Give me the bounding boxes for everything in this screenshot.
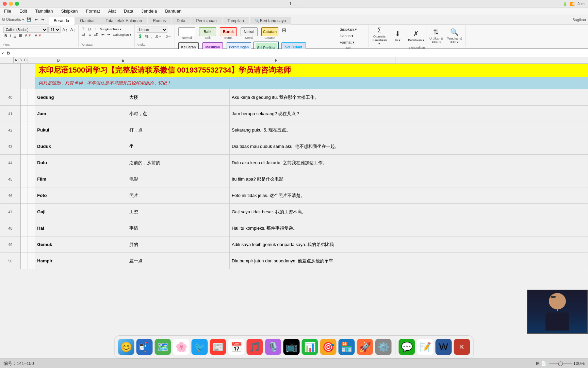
dock-finder[interactable]: 😊 — [118, 339, 134, 355]
dock-rocket[interactable]: 🚀 — [357, 339, 373, 355]
font-size-select[interactable]: 11 — [48, 27, 61, 33]
tab-tata-letak[interactable]: Tata Letak Halaman — [100, 17, 147, 25]
sentence-cell[interactable]: Sekarang pukul 5. 现在五点。 — [229, 122, 588, 138]
chinese-cell[interactable]: 大楼 — [127, 89, 230, 106]
dock-numbers[interactable]: 📊 — [302, 339, 318, 355]
dock-maps[interactable]: 🗺️ — [155, 339, 171, 355]
increase-indent[interactable]: ⇥ — [106, 32, 111, 37]
styles-more[interactable]: ⊞ — [281, 27, 287, 34]
table-row[interactable]: 46 Foto 照片 Foto ini tidak jelas. 这个照片不清楚… — [0, 187, 588, 204]
col-a-cell[interactable] — [21, 155, 28, 171]
dock-appstore[interactable]: 🏪 — [339, 339, 355, 355]
tab-beri-tahu[interactable]: 🔍 Beri tahu saya — [250, 17, 291, 25]
col-b-cell[interactable] — [28, 106, 35, 122]
dock-wechat[interactable]: 💬 — [399, 339, 415, 355]
chinese-cell[interactable]: 坐 — [127, 138, 230, 155]
tab-tampilan[interactable]: Tampilan — [223, 17, 249, 25]
dock-news[interactable]: 📰 — [210, 339, 226, 355]
col-a-cell[interactable] — [21, 236, 28, 253]
style-normal[interactable]: Normal Normal — [177, 27, 197, 40]
tab-data[interactable]: Data — [172, 17, 190, 25]
hapus-button[interactable]: Hapus ▾ — [338, 33, 359, 39]
currency-btn[interactable]: 💲 — [137, 34, 144, 39]
align-center[interactable]: ≡ — [88, 32, 92, 37]
style-catatan[interactable]: Catatan Catatan — [260, 27, 280, 40]
table-row[interactable]: 44 Dulu 之前的，从前的 Dulu aku kerja di Jakart… — [0, 155, 588, 171]
italic-button[interactable]: I — [9, 33, 12, 38]
table-row[interactable]: 41 Jam 小时，点 Jam berapa sekarang? 现在几点？ — [0, 106, 588, 122]
dock-photos[interactable]: 🌸 — [173, 339, 190, 355]
fill-color-button[interactable]: A🔻 — [24, 33, 33, 38]
style-baik[interactable]: Baik Baik — [198, 27, 217, 40]
dock-music[interactable]: 🎵 — [247, 339, 263, 355]
minimize-button[interactable] — [9, 2, 13, 6]
word-cell[interactable]: Gemuk — [35, 236, 127, 253]
word-cell[interactable]: Duduk — [35, 138, 127, 155]
menu-format[interactable]: Format — [85, 8, 101, 14]
percent-btn[interactable]: % — [144, 34, 150, 39]
word-cell[interactable]: Foto — [35, 187, 127, 204]
dock-twitter[interactable]: 🐦 — [192, 339, 208, 355]
menu-data[interactable]: Data — [122, 8, 134, 14]
tab-beranda[interactable]: Beranda — [49, 17, 74, 25]
col-a-cell[interactable] — [21, 106, 28, 122]
thousands-btn[interactable]: , — [150, 34, 153, 39]
sisipkan-button[interactable]: Sisipkan ▾ — [338, 27, 359, 32]
menu-jendela[interactable]: Jendela — [140, 8, 159, 14]
align-bottom[interactable]: ⊥ — [93, 27, 98, 32]
col-b-cell[interactable] — [28, 122, 35, 138]
col-a-cell[interactable] — [21, 187, 28, 204]
align-top[interactable]: ⊤ — [81, 27, 86, 32]
menu-alat[interactable]: Alat — [107, 8, 117, 14]
table-row[interactable]: 40 Gedung 大楼 Aku kerja di gedung itu. 我在… — [0, 89, 588, 106]
col-b-cell[interactable] — [28, 204, 35, 220]
col-a-cell[interactable] — [21, 138, 28, 155]
col-a-cell[interactable] — [21, 171, 28, 187]
table-row[interactable]: 47 Gaji 工资 Gaji saya tidak besar. 我的工资不高… — [0, 204, 588, 220]
auto-sum-button[interactable]: Σ Otomatis Jumlahkan ▾ — [371, 27, 388, 45]
border-button[interactable]: ⊞ — [18, 33, 23, 38]
decimal-dec[interactable]: .0← — [164, 34, 173, 39]
sentence-cell[interactable]: Dia hampir jatuh dari sepedanya. 他差点从他的单… — [229, 253, 588, 269]
table-row[interactable]: 43 Duduk 坐 Dia tidak mau duduk sama aku.… — [0, 138, 588, 155]
col-b-cell[interactable] — [28, 220, 35, 236]
increase-font[interactable]: A↑ — [61, 27, 68, 33]
menu-file[interactable]: File — [3, 8, 13, 14]
decrease-font[interactable]: A↓ — [69, 27, 76, 33]
sentence-cell[interactable]: Foto ini tidak jelas. 这个照片不清楚。 — [229, 187, 588, 204]
menu-edit[interactable]: Edit — [18, 8, 28, 14]
col-b-cell[interactable] — [28, 155, 35, 171]
menu-tampilan[interactable]: Tampilan — [34, 8, 54, 14]
col-a-cell[interactable] — [21, 89, 28, 106]
number-format-select[interactable]: Umum — [137, 27, 167, 33]
clear-button[interactable]: ✗ Bersihkan ▾ — [408, 27, 425, 45]
font-color-button[interactable]: A🔻 — [34, 33, 43, 38]
col-b-cell[interactable] — [28, 138, 35, 155]
word-cell[interactable]: Hal — [35, 220, 127, 236]
sentence-cell[interactable]: Adik saya lebih gemuk daripada saya. 我的弟… — [229, 236, 588, 253]
chinese-cell[interactable]: 照片 — [127, 187, 230, 204]
decrease-indent[interactable]: ⇤ — [100, 32, 105, 37]
style-buruk[interactable]: Buruk Buruk — [218, 27, 238, 40]
menu-sisipkan[interactable]: Sisipkan — [60, 8, 79, 14]
chinese-cell[interactable]: 工资 — [127, 204, 230, 220]
dock-mail[interactable]: 📬 — [136, 339, 153, 355]
table-row[interactable]: 48 Hal 事情 Hal itu kompleks. 那件事很复杂。 — [0, 220, 588, 236]
chinese-cell[interactable]: 事情 — [127, 220, 230, 236]
table-row[interactable]: 42 Pukul 打，点 Sekarang pukul 5. 现在五点。 — [0, 122, 588, 138]
save-quick[interactable]: 💾 — [26, 17, 32, 22]
view-page[interactable]: 📄 — [541, 361, 546, 366]
sort-filter-button[interactable]: ⇅ Urutkan & Filter ▾ — [428, 27, 445, 45]
align-middle[interactable]: ⊟ — [87, 27, 92, 32]
dock-word[interactable]: W — [436, 339, 452, 355]
merge-center[interactable]: Gabungkan ▾ — [112, 32, 132, 37]
zoom-slider[interactable]: ——◯—— 100% — [549, 361, 585, 366]
dock-settings[interactable]: ⚙️ — [375, 339, 392, 355]
sentence-cell[interactable]: Itu film apa? 那是什么电影 — [229, 171, 588, 187]
dock-notes[interactable]: 📝 — [417, 339, 434, 355]
col-a-cell[interactable] — [21, 220, 28, 236]
chinese-cell[interactable]: 打，点 — [127, 122, 230, 138]
word-cell[interactable]: Hampir — [35, 253, 127, 269]
dock-kbbi[interactable]: K — [454, 339, 470, 355]
menu-bantuan[interactable]: Bantuan — [164, 8, 183, 14]
